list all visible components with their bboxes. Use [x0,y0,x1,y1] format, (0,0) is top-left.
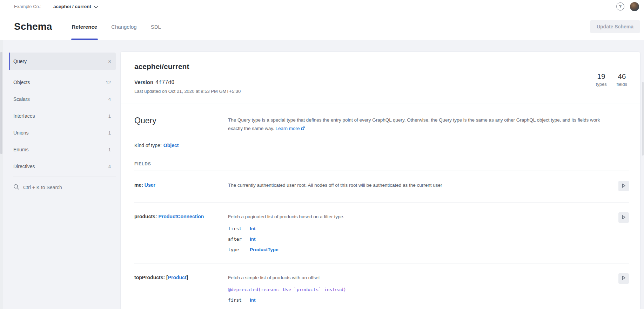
schema-search-trigger[interactable]: Ctrl + K to Search [9,179,116,196]
graph-title: acephei/current [134,62,629,71]
sidebar-item-count: 4 [108,97,111,102]
help-icon[interactable]: ? [616,2,624,11]
sidebar-item-label: Enums [13,147,29,152]
sidebar-item-count: 1 [108,114,111,119]
argument-name: type [228,247,250,252]
avatar[interactable] [630,2,639,11]
argument-row: first Int [228,226,616,231]
argument-row: first Int [228,297,616,303]
argument-name: after [228,236,250,242]
right-scrollbar-thumb[interactable] [642,82,644,156]
sidebar-item-label: Objects [13,80,30,85]
last-updated: Last updated on Oct 21, 2020 at 9:53 PM … [134,89,629,94]
stat-value: 46 [617,72,627,81]
sidebar-item-unions[interactable]: Unions 1 [9,124,116,141]
sidebar: Query 3 Objects 12 Scalars 4 Interfaces … [3,40,119,196]
field-type-link[interactable]: Product [168,275,187,280]
field-details: Fetch a paginated list of products based… [228,213,616,252]
argument-row: after Int [228,236,616,242]
sidebar-item-count: 4 [108,164,111,169]
search-icon [13,184,19,191]
left-scrollbar[interactable] [0,40,3,309]
tab-bar: Reference Changelog SDL [65,13,168,40]
sidebar-item-count: 12 [106,80,111,85]
sidebar-item-count: 1 [108,147,111,152]
kind-value-link[interactable]: Object [163,143,179,148]
deprecated-annotation: @deprecated(reason: Use `products` inste… [228,287,616,292]
field-name: topProducts: [Product] [134,274,228,280]
sidebar-item-count: 1 [108,130,111,136]
run-in-explorer-button[interactable] [618,273,629,284]
field-description: Fetch a simple list of products with an … [228,274,616,281]
field-name: me: User [134,182,228,188]
sidebar-item-label: Query [13,59,27,64]
type-section: Query The Query type is a special type t… [121,103,640,309]
chevron-down-icon [94,4,98,10]
field-type-suffix: ] [187,275,188,280]
search-hint: Ctrl + K to Search [23,185,62,190]
graph-selector[interactable]: acephei / current [53,4,98,10]
argument-name: first [228,297,250,303]
card-header: acephei/current Version4f77d0 Last updat… [121,52,640,103]
sidebar-item-count: 3 [108,59,111,64]
stat-fields: 46 fields [617,72,627,87]
argument-row: type ProductType [228,247,616,252]
type-description: The Query type is a special type that de… [228,116,616,133]
right-scrollbar[interactable] [642,80,644,309]
page-header: Schema Reference Changelog SDL Update Sc… [0,13,644,40]
field-description: Fetch a paginated list of products based… [228,213,616,220]
sidebar-divider [13,177,116,177]
tab-reference[interactable]: Reference [71,13,98,40]
argument-type-link[interactable]: Int [250,297,256,303]
play-icon [621,275,626,281]
tab-sdl[interactable]: SDL [150,13,162,40]
field-name-text: me: [134,182,145,188]
page-title: Schema [14,21,52,32]
kind-label: Kind of type: [134,143,162,148]
version-value: 4f77d0 [155,79,174,85]
run-in-explorer-button[interactable] [618,212,629,223]
field-row: products: ProductConnection Fetch a pagi… [134,202,629,263]
version-label: Version [134,79,153,85]
sidebar-item-enums[interactable]: Enums 1 [9,141,116,158]
sidebar-item-directives[interactable]: Directives 4 [9,158,116,175]
stat-label: types [596,82,607,87]
sidebar-item-interfaces[interactable]: Interfaces 1 [9,108,116,124]
stat-value: 19 [596,72,607,81]
play-icon [621,215,626,221]
field-description: The currently authenticated user root. A… [228,182,616,189]
field-name-text: topProducts: [134,275,166,280]
sidebar-item-label: Directives [13,164,35,169]
field-details: Fetch a simple list of products with an … [228,274,616,303]
external-link-icon [301,125,305,133]
argument-type-link[interactable]: Int [250,226,256,231]
sidebar-item-query[interactable]: Query 3 [9,53,116,70]
top-bar: Example Co.: acephei / current ? [0,0,644,13]
kind-of-type-row: Kind of type:Object [134,143,629,148]
field-args: first Int after Int type ProductType [228,226,616,252]
play-icon [621,183,626,189]
field-type-link[interactable]: ProductConnection [158,214,204,219]
page-body: Query 3 Objects 12 Scalars 4 Interfaces … [0,40,644,309]
field-details: The currently authenticated user root. A… [228,182,616,189]
argument-name: first [228,226,250,231]
field-row: me: User The currently authenticated use… [134,171,629,202]
learn-more-link[interactable]: Learn more [276,126,300,131]
left-scrollbar-thumb[interactable] [0,52,2,154]
sidebar-divider [13,72,116,72]
graph-selector-label: acephei / current [53,4,91,9]
sidebar-item-label: Interfaces [13,113,35,119]
schema-stats: 19 types 46 fields [596,72,627,87]
argument-type-link[interactable]: Int [250,236,256,242]
field-type-link[interactable]: User [145,182,155,188]
tab-changelog[interactable]: Changelog [110,13,137,40]
sidebar-item-label: Scalars [13,96,30,102]
update-schema-button[interactable]: Update Schema [590,20,640,33]
sidebar-item-scalars[interactable]: Scalars 4 [9,91,116,108]
type-name: Query [134,116,228,133]
run-in-explorer-button[interactable] [618,181,629,191]
sidebar-item-objects[interactable]: Objects 12 [9,74,116,91]
field-row: topProducts: [Product] Fetch a simple li… [134,263,629,309]
field-name-text: products: [134,214,158,219]
argument-type-link[interactable]: ProductType [250,247,279,252]
